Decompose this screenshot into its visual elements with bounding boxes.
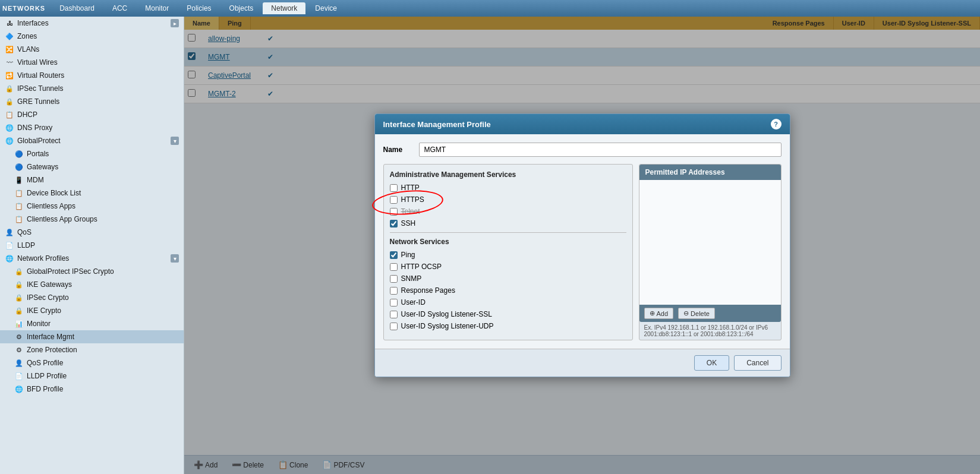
sidebar-item-lldp-profile[interactable]: 📄 LLDP Profile	[0, 369, 184, 383]
sidebar-item-gateways[interactable]: 🔵 Gateways	[0, 160, 184, 173]
sidebar-item-qos-profile[interactable]: 👤 QoS Profile	[0, 356, 184, 369]
sidebar-label-portals: Portals	[27, 150, 49, 158]
sidebar-item-clientless-apps[interactable]: 📋 Clientless Apps	[0, 200, 184, 213]
globalprotect-expand[interactable]: ▾	[171, 137, 179, 145]
sidebar-label-interface-mgmt: Interface Mgmt	[27, 333, 74, 341]
sidebar-item-ipsec-crypto[interactable]: 🔒 IPSec Crypto	[0, 291, 184, 304]
main-layout: 🖧 Interfaces ▸ 🔷 Zones 🔀 VLANs 〰 Virtual…	[0, 17, 980, 474]
sidebar-item-monitor[interactable]: 📊 Monitor	[0, 317, 184, 330]
sidebar-item-ipsec-tunnels[interactable]: 🔒 IPSec Tunnels	[0, 82, 184, 95]
sidebar-item-ike-crypto[interactable]: 🔒 IKE Crypto	[0, 304, 184, 317]
user-id-syslog-ssl-label[interactable]: User-ID Syslog Listener-SSL	[401, 310, 492, 318]
https-checkbox[interactable]	[390, 196, 398, 204]
virtual-wires-icon: 〰	[5, 59, 14, 66]
sidebar-item-device-block-list[interactable]: 📋 Device Block List	[0, 187, 184, 200]
sidebar-item-gre-tunnels[interactable]: 🔒 GRE Tunnels	[0, 95, 184, 108]
sidebar-item-lldp[interactable]: 📄 LLDP	[0, 239, 184, 252]
sidebar-item-gp-ipsec-crypto[interactable]: 🔒 GlobalProtect IPSec Crypto	[0, 265, 184, 278]
ike-crypto-icon: 🔒	[14, 307, 24, 315]
ping-checkbox[interactable]	[390, 251, 398, 259]
tab-monitor[interactable]: Monitor	[137, 2, 177, 14]
user-id-row: User-ID	[390, 298, 626, 306]
sidebar-item-vlans[interactable]: 🔀 VLANs	[0, 43, 184, 56]
telnet-checkbox[interactable]	[390, 208, 398, 216]
sidebar-item-portals[interactable]: 🔵 Portals	[0, 147, 184, 160]
ok-button[interactable]: OK	[694, 355, 729, 371]
globalprotect-icon: 🌐	[5, 137, 14, 145]
gre-tunnels-icon: 🔒	[5, 98, 14, 106]
http-row: HTTP	[390, 184, 626, 192]
sidebar-item-zone-protection[interactable]: ⚙ Zone Protection	[0, 343, 184, 356]
zones-icon: 🔷	[5, 33, 14, 40]
user-id-syslog-udp-label[interactable]: User-ID Syslog Listener-UDP	[401, 322, 494, 330]
modal-footer: OK Cancel	[375, 349, 790, 377]
sidebar-item-interfaces[interactable]: 🖧 Interfaces ▸	[0, 17, 184, 30]
sidebar-item-interface-mgmt[interactable]: ⚙ Interface Mgmt	[0, 330, 184, 343]
http-ocsp-checkbox[interactable]	[390, 263, 398, 271]
tab-objects[interactable]: Objects	[221, 2, 262, 14]
tab-network[interactable]: Network	[263, 2, 305, 14]
http-label[interactable]: HTTP	[401, 184, 420, 192]
user-id-syslog-ssl-row: User-ID Syslog Listener-SSL	[390, 310, 626, 318]
sidebar-label-gateways: Gateways	[27, 163, 58, 171]
modal-name-row: Name	[383, 143, 782, 157]
tab-acc[interactable]: ACC	[104, 2, 136, 14]
ipsec-tunnels-icon: 🔒	[5, 85, 14, 93]
user-id-checkbox[interactable]	[390, 299, 398, 306]
ssh-checkbox[interactable]	[390, 220, 398, 227]
zone-protection-icon: ⚙	[14, 346, 24, 354]
https-label[interactable]: HTTPS	[401, 195, 424, 204]
clientless-apps-icon: 📋	[14, 203, 24, 210]
sidebar-item-zones[interactable]: 🔷 Zones	[0, 30, 184, 43]
sidebar-item-mdm[interactable]: 📱 MDM	[0, 173, 184, 187]
sidebar-label-lldp: LLDP	[17, 241, 35, 249]
snmp-label[interactable]: SNMP	[401, 274, 422, 283]
tab-policies[interactable]: Policies	[178, 2, 219, 14]
response-pages-checkbox[interactable]	[390, 287, 398, 295]
sidebar-label-monitor: Monitor	[27, 320, 51, 328]
interfaces-expand[interactable]: ▸	[171, 19, 179, 27]
network-profiles-expand[interactable]: ▾	[171, 254, 179, 263]
modal-help-icon[interactable]: ?	[771, 119, 782, 129]
sidebar-label-clientless-app-groups: Clientless App Groups	[27, 215, 97, 223]
sidebar-item-qos[interactable]: 👤 QoS	[0, 226, 184, 239]
user-id-syslog-udp-checkbox[interactable]	[390, 323, 398, 330]
ssh-row: SSH	[390, 219, 626, 227]
sidebar-label-zones: Zones	[17, 32, 37, 40]
ssh-label[interactable]: SSH	[401, 219, 416, 227]
cancel-button[interactable]: Cancel	[734, 355, 781, 371]
add-circle-icon: ⊕	[650, 309, 655, 317]
sidebar-item-virtual-wires[interactable]: 〰 Virtual Wires	[0, 56, 184, 69]
tab-device[interactable]: Device	[307, 2, 345, 14]
http-ocsp-label[interactable]: HTTP OCSP	[401, 263, 442, 271]
snmp-row: SNMP	[390, 274, 626, 283]
response-pages-label[interactable]: Response Pages	[401, 286, 455, 295]
permitted-add-button[interactable]: ⊕ Add	[644, 308, 674, 319]
sidebar-item-virtual-routers[interactable]: 🔁 Virtual Routers	[0, 69, 184, 82]
sidebar-item-bfd-profile[interactable]: 🌐 BFD Profile	[0, 383, 184, 396]
sidebar-label-gre-tunnels: GRE Tunnels	[17, 97, 59, 106]
user-id-syslog-udp-row: User-ID Syslog Listener-UDP	[390, 322, 626, 330]
sidebar-item-globalprotect[interactable]: 🌐 GlobalProtect ▾	[0, 134, 184, 147]
http-checkbox[interactable]	[390, 184, 398, 192]
sidebar-label-zone-protection: Zone Protection	[27, 346, 77, 354]
user-id-label[interactable]: User-ID	[401, 298, 426, 306]
permitted-delete-button[interactable]: ⊖ Delete	[678, 308, 715, 319]
user-id-syslog-ssl-checkbox[interactable]	[390, 311, 398, 318]
sidebar-item-dhcp[interactable]: 📋 DHCP	[0, 108, 184, 121]
brand-label: NETWORKS	[2, 5, 45, 12]
modal-right-panel: Permitted IP Addresses ⊕ Add ⊖ Delete	[639, 164, 782, 340]
snmp-checkbox[interactable]	[390, 275, 398, 283]
permitted-hint: Ex. IPv4 192.168.1.1 or 192.168.1.0/24 o…	[639, 322, 781, 340]
divider	[390, 232, 626, 233]
sidebar-item-ike-gateways[interactable]: 🔒 IKE Gateways	[0, 278, 184, 291]
sidebar-item-network-profiles[interactable]: 🌐 Network Profiles ▾	[0, 252, 184, 265]
tab-dashboard[interactable]: Dashboard	[51, 2, 103, 14]
sidebar-item-dns-proxy[interactable]: 🌐 DNS Proxy	[0, 121, 184, 134]
modal-name-input[interactable]	[419, 143, 782, 157]
ping-label[interactable]: Ping	[401, 251, 415, 259]
ike-gateways-icon: 🔒	[14, 281, 24, 289]
gateways-icon: 🔵	[14, 163, 24, 171]
sidebar-item-clientless-app-groups[interactable]: 📋 Clientless App Groups	[0, 213, 184, 226]
telnet-label[interactable]: Telnet	[401, 207, 420, 216]
